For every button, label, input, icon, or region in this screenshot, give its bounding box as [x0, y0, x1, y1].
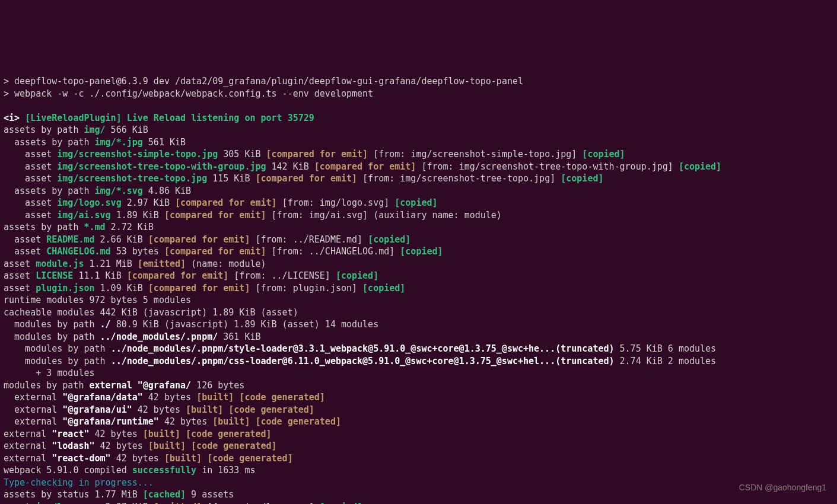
asset-line: assets by path *.md 2.72 KiB: [4, 222, 154, 232]
asset-line: asset img/logo.svg 2.97 KiB [compared fo…: [4, 197, 438, 208]
asset-line: asset CHANGELOG.md 53 bytes [compared fo…: [4, 246, 443, 257]
asset-line: asset module.js 1.21 MiB [emitted] (name…: [4, 259, 266, 269]
asset-line: asset img/screenshot-simple-topo.jpg 305…: [4, 149, 625, 160]
external-line: external "@grafana/runtime" 42 bytes [bu…: [4, 416, 341, 427]
asset-line: assets by path img/*.jpg 561 KiB: [4, 137, 186, 148]
module-line: + 3 modules: [4, 368, 95, 378]
asset-line: assets by path img/*.svg 4.86 KiB: [4, 186, 191, 196]
module-line: modules by path ../node_modules/.pnpm/ 3…: [4, 331, 261, 342]
module-line: modules by path external "@grafana/ 126 …: [4, 380, 244, 391]
module-line: modules by path ./ 80.9 KiB (javascript)…: [4, 319, 378, 330]
asset-line: asset LICENSE 11.1 KiB [compared for emi…: [4, 270, 378, 281]
asset-line: asset README.md 2.66 KiB [compared for e…: [4, 234, 410, 245]
external-line: external "react-dom" 42 bytes [built] [c…: [4, 453, 293, 464]
typecheck-progress: Type-checking in progress...: [4, 477, 154, 488]
asset-line: assets by path img/ 566 KiB: [4, 125, 148, 135]
prompt-line-1: > deepflow-topo-panel@6.3.9 dev /data2/0…: [4, 76, 523, 87]
asset-line: asset plugin.json 1.09 KiB [compared for…: [4, 283, 405, 294]
external-line: external "@grafana/ui" 42 bytes [built] …: [4, 404, 314, 415]
watermark: CSDN @gaohongfeng1: [739, 481, 826, 494]
module-line: modules by path ../node_modules/.pnpm/cs…: [4, 356, 716, 366]
compile-status: webpack 5.91.0 compiled successfully in …: [4, 465, 255, 476]
external-line: external "@grafana/data" 42 bytes [built…: [4, 392, 325, 403]
module-line: runtime modules 972 bytes 5 modules: [4, 295, 191, 305]
external-line: external "lodash" 42 bytes [built] [code…: [4, 441, 277, 451]
module-line: cacheable modules 442 KiB (javascript) 1…: [4, 307, 298, 318]
module-line: modules by path ../node_modules/.pnpm/st…: [4, 343, 716, 354]
asset-line: asset img/logo.svg 2.97 KiB [emitted] [f…: [4, 502, 362, 505]
asset-line: asset img/screenshot-tree-topo.jpg 115 K…: [4, 173, 603, 184]
asset-line: asset img/ai.svg 1.89 KiB [compared for …: [4, 210, 502, 221]
asset-line: asset img/screenshot-tree-topo-with-grou…: [4, 161, 721, 172]
livereload-line: <i> [LiveReloadPlugin] Live Reload liste…: [4, 113, 314, 123]
asset-line: assets by status 1.77 MiB [cached] 9 ass…: [4, 489, 234, 500]
external-line: external "react" 42 bytes [built] [code …: [4, 429, 272, 439]
terminal-output[interactable]: > deepflow-topo-panel@6.3.9 dev /data2/0…: [0, 61, 837, 505]
prompt-line-2: > webpack -w -c ./.config/webpack/webpac…: [4, 88, 373, 99]
